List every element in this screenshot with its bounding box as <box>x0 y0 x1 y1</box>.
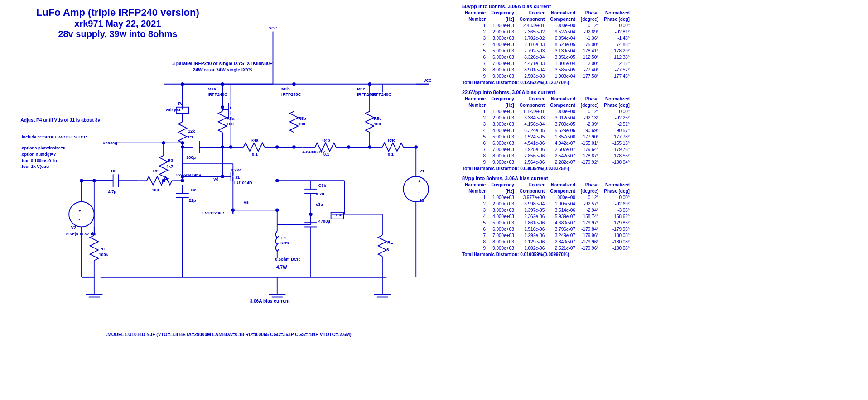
svg-text:22p: 22p <box>189 198 196 203</box>
svg-text:8: 8 <box>386 248 389 252</box>
table-row: 77.000e+031.292e-063.249e-07-179.96°-180… <box>462 233 632 239</box>
svg-text:R3: R3 <box>168 158 173 163</box>
table-row: 11.000e+033.977e+001.000e+000.12°0.00° <box>462 195 632 201</box>
svg-text:IRFP240C: IRFP240C <box>208 92 228 97</box>
svg-point-211 <box>368 145 371 148</box>
svg-point-58 <box>162 141 165 144</box>
table-row: 44.000e+036.324e-055.629e-0690.69°90.57° <box>462 128 632 134</box>
col-comp-h1: Component <box>517 16 548 23</box>
svg-text:67m: 67m <box>280 241 289 245</box>
svg-point-83 <box>181 82 184 86</box>
table-row: 55.000e+037.792e-033.139e-04178.41°178.2… <box>462 48 632 54</box>
svg-point-40 <box>80 179 83 182</box>
thd-3: Total Harmonic Distortion: 0.010059%(0.0… <box>462 252 863 257</box>
table-row: 88.000e+031.129e-062.840e-07-179.96°-180… <box>462 239 632 245</box>
svg-text:RL: RL <box>387 240 393 245</box>
svg-text:R5a: R5a <box>227 116 235 121</box>
svg-text:0.1: 0.1 <box>388 152 394 157</box>
svg-text:out: out <box>336 213 342 217</box>
table-row: 44.000e+032.116e-038.523e-0575.00°74.88° <box>462 42 632 48</box>
table-row: 88.000e+038.901e-043.585e-05-77.40°-77.5… <box>462 67 632 73</box>
svg-point-209 <box>368 82 371 86</box>
svg-point-54 <box>162 179 165 182</box>
col-deg-h1: [degree] <box>578 16 601 23</box>
svg-text:.MODEL LU1014D NJF (VTO=-1.8 B: .MODEL LU1014D NJF (VTO=-1.8 BETA=29000M… <box>106 332 351 337</box>
svg-text:Vcascg: Vcascg <box>102 141 117 145</box>
table-row: 99.000e+032.564e-062.282e-07-179.92°-180… <box>462 159 632 166</box>
table-row: 66.000e+031.510e-063.796e-07-179.84°-179… <box>462 226 632 233</box>
thd-2: Total Harmonic Distortion: 0.030354%(0.0… <box>462 166 863 171</box>
svg-text:-: - <box>418 190 420 194</box>
table-row: 55.000e+031.524e-051.357e-06177.90°177.7… <box>462 134 632 140</box>
svg-text:8.2W: 8.2W <box>231 168 241 172</box>
svg-text:VCC: VCC <box>424 78 432 83</box>
svg-text:C1: C1 <box>188 135 193 139</box>
svg-text:R4a: R4a <box>251 138 259 143</box>
col-pdeg-h1: Phase [deg] <box>601 16 632 23</box>
section-50vpp: 50Vpp into 8ohms, 3.06A bias current Har… <box>462 4 863 85</box>
svg-point-195 <box>309 213 312 216</box>
svg-text:100: 100 <box>227 122 233 126</box>
section-title-1: 50Vpp into 8ohms, 3.06A bias current <box>462 4 863 9</box>
svg-point-41 <box>92 179 96 182</box>
svg-text:0.1: 0.1 <box>252 152 258 157</box>
table-row: 22.000e+032.365e-029.527e-04-92.69°-92.8… <box>462 29 632 35</box>
svg-text:P4: P4 <box>178 101 184 106</box>
svg-point-203 <box>292 82 295 86</box>
svg-text:-: - <box>79 217 80 222</box>
svg-text:IRFP240C: IRFP240C <box>372 92 392 97</box>
svg-text:100: 100 <box>298 122 305 126</box>
svg-text:4.7u: 4.7u <box>316 192 324 196</box>
svg-text:VCC: VCC <box>269 26 277 30</box>
svg-text:3 parallel IRFP240 or single I: 3 parallel IRFP240 or single IXYS IXTK88… <box>172 61 273 66</box>
svg-point-141 <box>221 175 224 178</box>
svg-text:.four 1k V(out): .four 1k V(out) <box>20 164 49 169</box>
svg-text:C3b: C3b <box>318 183 327 188</box>
table-row: 77.000e+032.928e-062.607e-07-179.64°-179… <box>462 147 632 153</box>
thd-1: Total Harmonic Distortion: 0.123622%(0.1… <box>462 80 863 85</box>
svg-text:R4c: R4c <box>388 138 395 143</box>
table-8vpp: Harmonic Frequency Fourier Normalized Ph… <box>462 182 632 252</box>
svg-text:4.2403691V: 4.2403691V <box>303 150 326 154</box>
svg-text:+: + <box>418 179 421 184</box>
svg-text:3.06A bias current: 3.06A bias current <box>250 299 290 304</box>
section-title-2: 22.6Vpp into 8ohms, 3.06A bias current <box>462 90 863 95</box>
svg-text:LU1014D: LU1014D <box>234 181 252 185</box>
table-row: 66.000e+038.320e-043.351e-05112.50°112.3… <box>462 54 632 61</box>
svg-point-157 <box>403 176 429 202</box>
svg-text:28: 28 <box>420 198 424 203</box>
svg-point-14 <box>69 202 94 227</box>
table-row: 11.000e+032.483e+011.000e+000.12°0.00° <box>462 23 632 29</box>
svg-point-165 <box>415 145 418 148</box>
table-row: 33.000e+031.702e-026.854e-04-1.36°-1.48° <box>462 35 632 42</box>
svg-text:C0: C0 <box>111 169 116 173</box>
table-row: 33.000e+031.397e-053.514e-06-2.94°-3.06° <box>462 207 632 214</box>
table-row: 44.000e+032.362e-065.939e-07158.74°158.6… <box>462 214 632 220</box>
svg-text:+: + <box>79 209 82 213</box>
svg-text:L1: L1 <box>281 236 286 240</box>
svg-text:.include "CORDEL-MODELS.TXT": .include "CORDEL-MODELS.TXT" <box>20 135 87 139</box>
svg-text:4.7W: 4.7W <box>276 265 287 270</box>
svg-text:J1: J1 <box>235 175 240 180</box>
col-freq-h1: Frequency <box>488 10 517 16</box>
svg-text:Adjust P4 until Vds of J1 is a: Adjust P4 until Vds of J1 is about 3v <box>20 118 100 123</box>
section-226vpp: 22.6Vpp into 8ohms, 3.06A bias current H… <box>462 90 863 171</box>
section-title-3: 8Vpp into 8ohms, 3.06A bias current <box>462 176 863 181</box>
svg-point-213 <box>275 179 279 182</box>
table-row: 33.000e+034.156e-043.700e-05-2.39°-2.51° <box>462 121 632 128</box>
col-ncomp-h1: Component <box>547 16 578 23</box>
section-8vpp: 8Vpp into 8ohms, 3.06A bias current Harm… <box>462 176 863 257</box>
svg-text:M1b: M1b <box>281 87 290 91</box>
svg-text:R5c: R5c <box>374 116 381 121</box>
col-harmonic-h1: Harmonic <box>462 10 488 16</box>
col-hz-h1: [Hz] <box>488 16 517 23</box>
svg-text:R2: R2 <box>153 169 159 173</box>
svg-text:1.5331206V: 1.5331206V <box>202 211 225 215</box>
svg-text:20k pot: 20k pot <box>166 108 180 112</box>
table-row: 11.000e+031.123e+011.000e+000.12°0.00° <box>462 109 632 115</box>
data-panel: 50Vpp into 8ohms, 3.06A bias current Har… <box>458 0 868 400</box>
svg-text:IRFP240C: IRFP240C <box>281 92 301 97</box>
svg-text:V1: V1 <box>420 169 424 173</box>
table-226vpp: Harmonic Frequency Fourier Normalized Ph… <box>462 96 632 166</box>
svg-text:.tran 0 100ms 0 1u: .tran 0 100ms 0 1u <box>20 158 57 163</box>
